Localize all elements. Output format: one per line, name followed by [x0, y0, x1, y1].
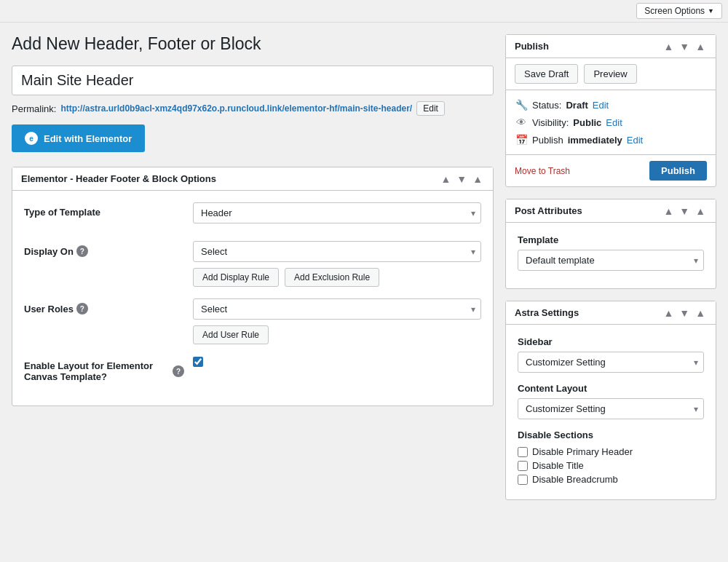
permalink-link[interactable]: http://astra.urld0b9acl-xmz4qd97x62o.p.r… — [60, 103, 412, 114]
publish-button[interactable]: Publish — [649, 161, 707, 181]
publish-header[interactable]: Publish ▲ ▼ ▲ — [506, 35, 716, 58]
disable-primary-header-checkbox[interactable] — [518, 447, 528, 457]
template-select[interactable]: Default template Elementor Canvas Elemen… — [518, 250, 704, 271]
add-user-rule-button[interactable]: Add User Rule — [193, 325, 269, 344]
move-to-trash-link[interactable]: Move to Trash — [515, 163, 570, 179]
post-attr-collapse-button[interactable]: ▲ — [694, 206, 707, 216]
type-of-template-select[interactable]: Header Footer Block — [193, 202, 481, 223]
astra-up-button[interactable]: ▲ — [662, 308, 675, 318]
enable-layout-text: Enable Layout for Elementor Canvas Templ… — [24, 360, 170, 382]
status-value: Draft — [566, 100, 587, 111]
post-attributes-metabox: Post Attributes ▲ ▼ ▲ Template Default t… — [505, 199, 716, 289]
status-label: Status: — [532, 100, 561, 111]
astra-settings-header[interactable]: Astra Settings ▲ ▼ ▲ — [506, 301, 716, 325]
publish-time-row: 📅 Publish immediately Edit — [515, 131, 707, 149]
status-icon: 🔧 — [515, 99, 528, 111]
add-exclusion-rule-button[interactable]: Add Exclusion Rule — [285, 268, 379, 287]
publish-bottom: Move to Trash Publish — [506, 154, 716, 186]
status-edit-link[interactable]: Edit — [593, 100, 609, 111]
enable-layout-label: Enable Layout for Elementor Canvas Templ… — [24, 356, 184, 382]
display-on-buttons: Add Display Rule Add Exclusion Rule — [193, 268, 481, 287]
astra-down-button[interactable]: ▼ — [678, 308, 691, 318]
permalink-prefix: http://astra.urld0b9acl-xmz4qd97x62o.p.r… — [60, 103, 339, 114]
astra-settings-metabox: Astra Settings ▲ ▼ ▲ Sidebar Customizer … — [505, 301, 716, 500]
permalink-label: Permalink: — [12, 103, 56, 114]
content-layout-select[interactable]: Customizer Setting Full Width Narrow Wid… — [518, 398, 704, 419]
publish-metabox: Publish ▲ ▼ ▲ Save Draft Preview 🔧 Statu… — [505, 34, 716, 187]
visibility-row: 👁 Visibility: Public Edit — [515, 114, 707, 131]
template-select-wrapper: Default template Elementor Canvas Elemen… — [518, 250, 704, 271]
astra-settings-title: Astra Settings — [515, 307, 579, 318]
disable-primary-header-item: Disable Primary Header — [518, 446, 704, 457]
user-roles-row: User Roles ? Select ▾ Add User Rule — [24, 298, 481, 344]
content-layout-select-wrapper: Customizer Setting Full Width Narrow Wid… — [518, 398, 704, 419]
save-draft-button[interactable]: Save Draft — [515, 64, 578, 84]
publish-collapse-button[interactable]: ▲ — [694, 41, 707, 52]
edit-with-elementor-button[interactable]: e Edit with Elementor — [12, 124, 145, 152]
disable-breadcrumb-checkbox[interactable] — [518, 475, 528, 485]
visibility-icon: 👁 — [515, 116, 528, 128]
template-label: Template — [518, 234, 704, 245]
publish-up-button[interactable]: ▲ — [662, 41, 675, 52]
publish-label: Publish — [532, 135, 563, 146]
publish-top-actions: Save Draft Preview — [506, 58, 716, 90]
permalink-edit-button[interactable]: Edit — [416, 101, 445, 116]
enable-layout-checkbox[interactable] — [193, 357, 203, 367]
astra-settings-controls: ▲ ▼ ▲ — [662, 308, 707, 318]
post-attr-down-button[interactable]: ▼ — [678, 206, 691, 216]
disable-primary-header-label: Disable Primary Header — [532, 446, 633, 457]
permalink-slug: main-site-header/ — [340, 103, 412, 114]
user-roles-select[interactable]: Select — [193, 298, 481, 320]
content-layout-label: Content Layout — [518, 383, 704, 394]
metabox-up-button[interactable]: ▲ — [439, 174, 452, 184]
publish-time-edit-link[interactable]: Edit — [627, 135, 643, 146]
astra-collapse-button[interactable]: ▲ — [694, 308, 707, 318]
screen-options-button[interactable]: Screen Options — [636, 3, 722, 19]
publish-down-button[interactable]: ▼ — [678, 41, 691, 52]
post-title-input[interactable] — [12, 66, 494, 95]
astra-settings-body: Sidebar Customizer Setting Default Sideb… — [506, 325, 716, 499]
display-on-help-icon[interactable]: ? — [76, 245, 88, 257]
enable-layout-content — [193, 356, 481, 367]
metabox-down-button[interactable]: ▼ — [455, 174, 468, 184]
type-of-template-select-wrapper: Header Footer Block ▾ — [193, 202, 481, 223]
main-content: Add New Header, Footer or Block Permalin… — [0, 23, 728, 523]
post-attributes-body: Template Default template Elementor Canv… — [506, 223, 716, 288]
post-attr-up-button[interactable]: ▲ — [662, 206, 675, 216]
elementor-options-title: Elementor - Header Footer & Block Option… — [21, 173, 216, 184]
enable-layout-help-icon[interactable]: ? — [173, 365, 184, 377]
publish-title: Publish — [515, 41, 549, 52]
right-column: Publish ▲ ▼ ▲ Save Draft Preview 🔧 Statu… — [505, 34, 716, 512]
elementor-options-body: Type of Template Header Footer Block ▾ — [12, 191, 493, 405]
display-on-row: Display On ? Select ▾ Add Display Rule — [24, 241, 481, 287]
visibility-value: Public — [573, 117, 601, 128]
user-roles-help-icon[interactable]: ? — [76, 303, 88, 314]
elementor-options-header[interactable]: Elementor - Header Footer & Block Option… — [12, 167, 493, 191]
left-column: Add New Header, Footer or Block Permalin… — [12, 34, 494, 512]
preview-button[interactable]: Preview — [584, 64, 636, 84]
disable-breadcrumb-item: Disable Breadcrumb — [518, 474, 704, 485]
post-attributes-controls: ▲ ▼ ▲ — [662, 206, 707, 216]
enable-layout-checkbox-row — [193, 356, 481, 367]
post-attributes-header[interactable]: Post Attributes ▲ ▼ ▲ — [506, 199, 716, 223]
publish-controls: ▲ ▼ ▲ — [662, 41, 707, 52]
publish-meta: 🔧 Status: Draft Edit 👁 Visibility: Publi… — [506, 90, 716, 154]
user-roles-content: Select ▾ Add User Rule — [193, 298, 481, 344]
top-bar: Screen Options — [0, 0, 728, 23]
page-title: Add New Header, Footer or Block — [12, 34, 494, 54]
display-on-select[interactable]: Select — [193, 241, 481, 262]
disable-title-checkbox[interactable] — [518, 461, 528, 471]
metabox-controls: ▲ ▼ ▲ — [439, 174, 484, 184]
display-on-label: Display On ? — [24, 241, 184, 257]
add-display-rule-button[interactable]: Add Display Rule — [193, 268, 279, 287]
type-of-template-label: Type of Template — [24, 202, 184, 218]
type-of-template-content: Header Footer Block ▾ — [193, 202, 481, 229]
visibility-edit-link[interactable]: Edit — [606, 117, 622, 128]
disable-title-label: Disable Title — [532, 460, 584, 471]
sidebar-select[interactable]: Customizer Setting Default Sidebar No Si… — [518, 352, 704, 373]
enable-layout-row: Enable Layout for Elementor Canvas Templ… — [24, 356, 481, 382]
metabox-collapse-button[interactable]: ▲ — [471, 174, 484, 184]
user-roles-text: User Roles — [24, 304, 74, 314]
user-roles-select-wrapper: Select ▾ — [193, 298, 481, 320]
disable-breadcrumb-label: Disable Breadcrumb — [532, 474, 618, 485]
